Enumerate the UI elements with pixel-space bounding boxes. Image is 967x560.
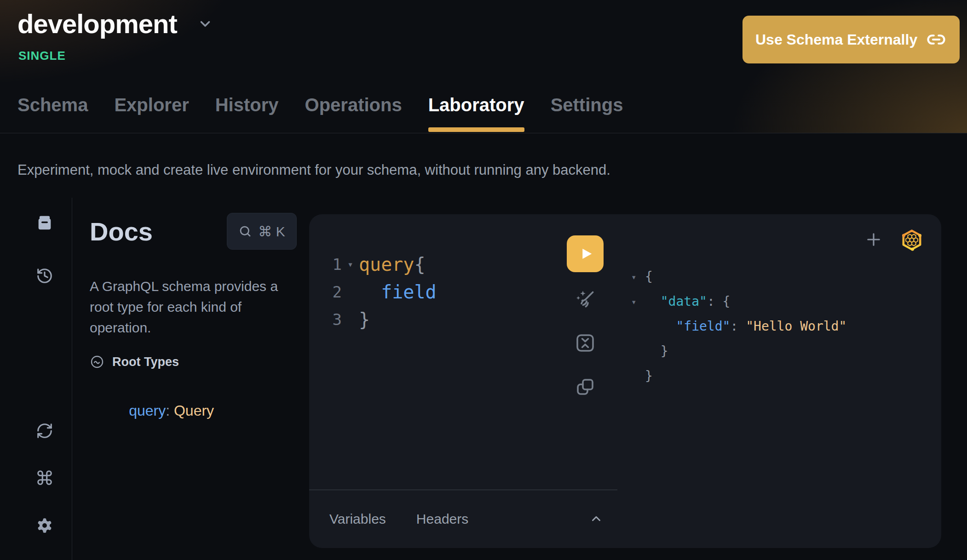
response-string-value: "Hello World" bbox=[746, 319, 846, 334]
tab-laboratory[interactable]: Laboratory bbox=[428, 95, 524, 133]
prettify-button[interactable] bbox=[567, 289, 604, 311]
close-brace: } bbox=[645, 364, 653, 389]
fold-gutter bbox=[342, 306, 359, 333]
hive-logo-icon[interactable] bbox=[900, 228, 924, 252]
tab-explorer[interactable]: Explorer bbox=[114, 95, 189, 133]
tab-schema[interactable]: Schema bbox=[17, 95, 88, 133]
page-subtitle: Experiment, mock and create live environ… bbox=[17, 162, 610, 178]
collapse-footer-button[interactable] bbox=[588, 510, 604, 528]
merge-fragments-button[interactable] bbox=[567, 332, 604, 354]
search-icon bbox=[238, 224, 252, 238]
query-editor[interactable]: 1 ▾ query{ 2 field 3 } bbox=[309, 251, 567, 333]
indent bbox=[645, 319, 676, 334]
editor-toolbar bbox=[567, 235, 605, 398]
execute-button[interactable] bbox=[567, 235, 604, 272]
root-types-label: Root Types bbox=[112, 355, 179, 369]
line-number: 1 bbox=[309, 251, 342, 278]
line-number: 3 bbox=[309, 306, 342, 333]
project-name: development bbox=[17, 8, 177, 39]
fold-triangle-icon[interactable]: ▾ bbox=[342, 251, 359, 278]
hive-laboratory-page: development SINGLE Use Schema Externally… bbox=[0, 0, 967, 560]
line-number: 2 bbox=[309, 278, 342, 306]
response-line: } bbox=[631, 339, 846, 364]
colon: : bbox=[707, 294, 723, 309]
use-schema-externally-button[interactable]: Use Schema Externally bbox=[743, 16, 960, 63]
docs-book-icon[interactable] bbox=[36, 214, 53, 232]
graphiql-panel: 1 ▾ query{ 2 field 3 } bbox=[309, 214, 941, 548]
search-shortcut-label: ⌘ K bbox=[258, 223, 285, 240]
response-line: ▾ { bbox=[631, 264, 846, 289]
docs-header: Docs ⌘ K bbox=[90, 213, 297, 250]
copy-query-button[interactable] bbox=[567, 376, 604, 398]
docs-description: A GraphQL schema provides a root type fo… bbox=[90, 276, 297, 338]
main-tabs: Schema Explorer History Operations Labor… bbox=[17, 95, 623, 133]
query-editor-line[interactable]: 1 ▾ query{ bbox=[309, 251, 567, 278]
response-key-data: "data" bbox=[661, 294, 707, 309]
sync-schema-icon[interactable] bbox=[36, 422, 53, 440]
root-type-separator: : bbox=[166, 402, 174, 419]
merge-fragments-icon bbox=[574, 332, 596, 354]
indent bbox=[645, 294, 661, 309]
close-brace: } bbox=[645, 339, 668, 364]
chevron-up-icon bbox=[588, 510, 604, 527]
tab-settings[interactable]: Settings bbox=[551, 95, 623, 133]
settings-gear-icon[interactable] bbox=[36, 517, 53, 534]
keyboard-shortcuts-icon[interactable] bbox=[36, 469, 53, 486]
root-types-header: Root Types bbox=[90, 354, 179, 369]
execute-play-icon bbox=[575, 243, 596, 264]
response-line: ▾ "data": { bbox=[631, 289, 846, 314]
close-brace: } bbox=[359, 306, 370, 333]
field-token: field bbox=[359, 278, 437, 306]
link-icon bbox=[927, 30, 946, 49]
fold-gutter bbox=[631, 364, 645, 389]
environment-badge: SINGLE bbox=[18, 49, 66, 63]
fold-gutter bbox=[631, 339, 645, 364]
project-selector[interactable]: development bbox=[17, 8, 213, 39]
laboratory-sidebar bbox=[0, 198, 72, 560]
response-line: "field": "Hello World" bbox=[631, 314, 846, 339]
response-punct: { bbox=[645, 264, 653, 289]
query-keyword: query bbox=[359, 254, 414, 275]
use-schema-externally-label: Use Schema Externally bbox=[755, 31, 917, 48]
query-editor-line[interactable]: 2 field bbox=[309, 278, 567, 306]
search-button[interactable]: ⌘ K bbox=[227, 213, 297, 250]
fold-triangle-icon[interactable]: ▾ bbox=[631, 264, 645, 289]
colon: : bbox=[730, 319, 746, 334]
content-area: Docs ⌘ K A GraphQL schema provides a roo… bbox=[0, 198, 967, 560]
response-key-field: "field" bbox=[676, 319, 730, 334]
response-line: } bbox=[631, 364, 846, 389]
root-type-query-link[interactable]: query: Query bbox=[96, 385, 214, 436]
fold-triangle-icon[interactable]: ▾ bbox=[631, 289, 645, 314]
editor-footer: Variables Headers bbox=[309, 490, 617, 548]
open-brace: { bbox=[723, 294, 731, 309]
open-brace: { bbox=[414, 254, 425, 275]
root-types-icon bbox=[90, 354, 104, 369]
query-editor-line[interactable]: 3 } bbox=[309, 306, 567, 333]
tab-operations[interactable]: Operations bbox=[305, 95, 402, 133]
copy-query-icon bbox=[574, 376, 596, 398]
chevron-down-icon bbox=[197, 16, 213, 32]
prettify-icon bbox=[574, 289, 596, 311]
history-icon[interactable] bbox=[36, 267, 53, 285]
tab-history[interactable]: History bbox=[215, 95, 279, 133]
root-type-field-name[interactable]: query bbox=[129, 402, 166, 419]
add-tab-icon bbox=[864, 230, 883, 249]
app-header: development SINGLE Use Schema Externally… bbox=[0, 0, 967, 133]
fold-gutter bbox=[342, 278, 359, 306]
root-type-name[interactable]: Query bbox=[174, 402, 214, 419]
add-tab-button[interactable] bbox=[864, 230, 883, 251]
response-viewer: ▾ { ▾ "data": { "field": "Hello World" } bbox=[631, 264, 846, 389]
tab-headers[interactable]: Headers bbox=[416, 511, 468, 527]
fold-gutter bbox=[631, 314, 645, 339]
docs-title: Docs bbox=[90, 217, 153, 246]
panel-top-right-icons bbox=[864, 228, 924, 252]
tab-variables[interactable]: Variables bbox=[329, 511, 386, 527]
